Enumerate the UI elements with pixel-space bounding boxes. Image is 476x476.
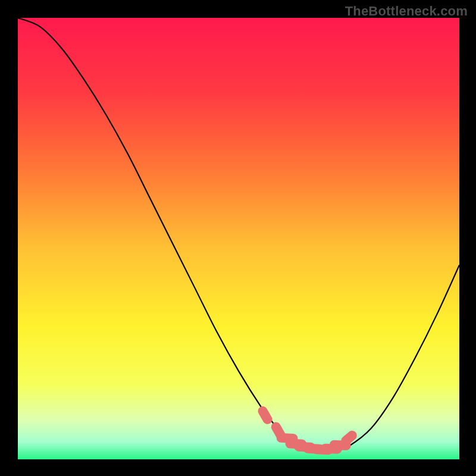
chart-frame: { "watermark": "TheBottleneck.com", "col… (0, 0, 476, 476)
bottleneck-chart (0, 0, 476, 476)
gradient-plot-area (18, 18, 459, 459)
watermark-text: TheBottleneck.com (345, 4, 468, 19)
